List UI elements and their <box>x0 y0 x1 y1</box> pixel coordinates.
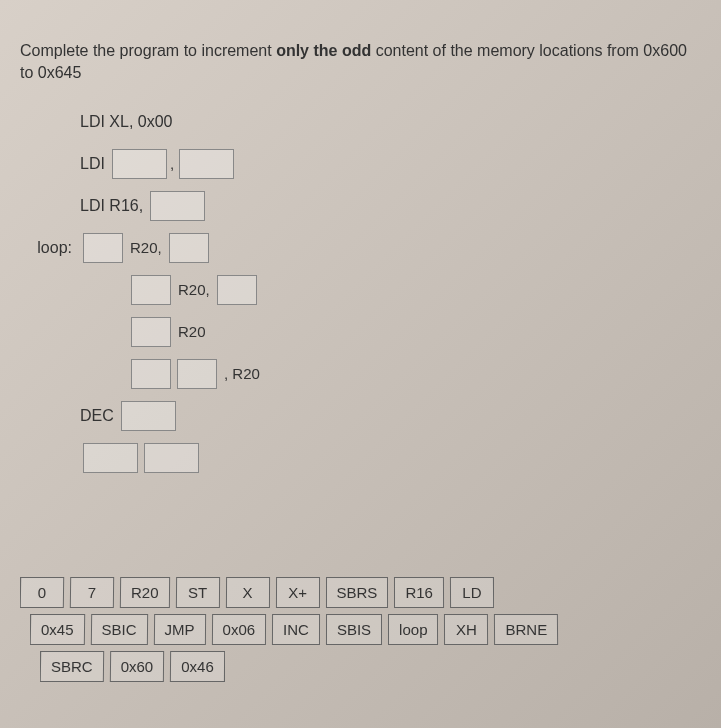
line6-mid: R20 <box>178 323 206 340</box>
bank-item[interactable]: 0x45 <box>30 614 85 645</box>
bank-item[interactable]: X+ <box>275 577 319 608</box>
bank-row-1: 0 7 R20 ST X X+ SBRS R16 LD <box>20 577 701 608</box>
blank-input[interactable] <box>131 275 171 305</box>
prompt-bold: only the odd <box>276 42 371 59</box>
blank-input[interactable] <box>131 317 171 347</box>
blank-input[interactable] <box>177 359 217 389</box>
bank-row-3: SBRC 0x60 0x46 <box>40 651 701 682</box>
blank-input[interactable] <box>144 443 199 473</box>
bank-item[interactable]: LD <box>450 577 494 608</box>
bank-item[interactable]: INC <box>272 614 320 645</box>
code-line-4: loop: R20, <box>80 231 701 265</box>
question-prompt: Complete the program to increment only t… <box>20 40 701 85</box>
code-line-5: R20, <box>128 273 701 307</box>
comma: , <box>170 155 174 172</box>
loop-label: loop: <box>32 239 72 257</box>
bank-item[interactable]: SBRS <box>326 577 389 608</box>
blank-input[interactable] <box>179 149 234 179</box>
blank-input[interactable] <box>131 359 171 389</box>
bank-item[interactable]: JMP <box>153 614 205 645</box>
bank-item[interactable]: BRNE <box>494 614 558 645</box>
bank-item[interactable]: 7 <box>70 577 114 608</box>
bank-item[interactable]: 0 <box>20 577 64 608</box>
blank-input[interactable] <box>83 443 138 473</box>
line2-label: LDI <box>80 155 105 173</box>
prompt-part1: Complete the program to increment <box>20 42 276 59</box>
code-line-6: R20 <box>128 315 701 349</box>
bank-item[interactable]: loop <box>388 614 438 645</box>
line4-mid: R20, <box>130 239 162 256</box>
blank-input[interactable] <box>150 191 205 221</box>
blank-input[interactable] <box>169 233 209 263</box>
code-area: LDI XL, 0x00 LDI , LDI R16, loop: R20, R… <box>80 105 701 475</box>
code-line-2: LDI , <box>80 147 701 181</box>
bank-item[interactable]: R16 <box>394 577 444 608</box>
line3-label: LDI R16, <box>80 197 143 215</box>
code-line-1: LDI XL, 0x00 <box>80 105 701 139</box>
code-line-3: LDI R16, <box>80 189 701 223</box>
bank-item[interactable]: R20 <box>120 577 170 608</box>
bank-item[interactable]: SBRC <box>40 651 104 682</box>
line5-mid: R20, <box>178 281 210 298</box>
code-line-8: DEC <box>80 399 701 433</box>
bank-item[interactable]: SBIS <box>326 614 382 645</box>
line8-label: DEC <box>80 407 114 425</box>
word-bank: 0 7 R20 ST X X+ SBRS R16 LD 0x45 SBIC JM… <box>20 577 701 688</box>
blank-input[interactable] <box>83 233 123 263</box>
code-line-9 <box>80 441 701 475</box>
bank-item[interactable]: 0x60 <box>110 651 165 682</box>
blank-input[interactable] <box>217 275 257 305</box>
code-line-7: , R20 <box>128 357 701 391</box>
bank-item[interactable]: ST <box>175 577 219 608</box>
bank-item[interactable]: 0x46 <box>170 651 225 682</box>
bank-item[interactable]: XH <box>444 614 488 645</box>
line7-suffix: , R20 <box>224 365 260 382</box>
blank-input[interactable] <box>121 401 176 431</box>
blank-input[interactable] <box>112 149 167 179</box>
line1-text: LDI XL, 0x00 <box>80 113 173 131</box>
bank-item[interactable]: 0x06 <box>211 614 266 645</box>
bank-item[interactable]: X <box>225 577 269 608</box>
bank-item[interactable]: SBIC <box>90 614 147 645</box>
bank-row-2: 0x45 SBIC JMP 0x06 INC SBIS loop XH BRNE <box>30 614 701 645</box>
